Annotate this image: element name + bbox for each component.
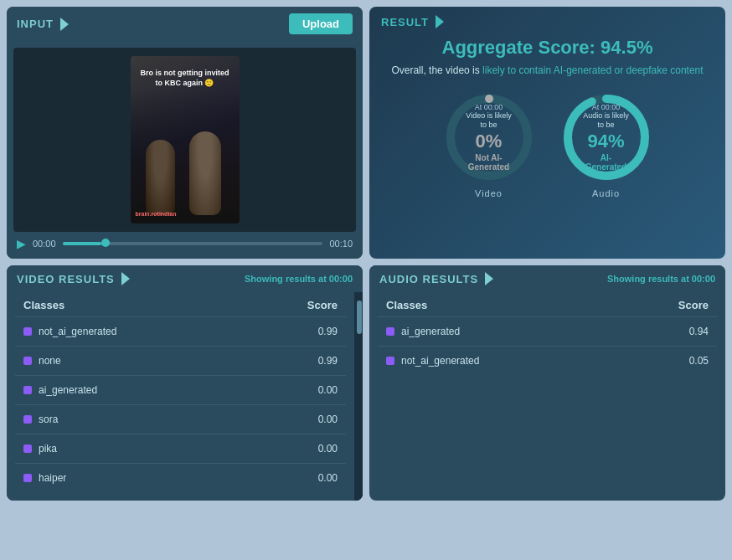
audio-gauge-status: AI-Generated [583,153,629,172]
video-results-showing: Showing results at 00:00 [245,274,353,284]
video-label: Video [475,188,503,198]
result-subtitle: Overall, the video is likely to contain … [381,64,714,78]
video-results-title: VIDEO RESULTS [17,272,130,285]
input-body: Bro is not getting invited to KBC again … [7,41,363,259]
play-button[interactable]: ▶ [17,237,26,250]
class-cell: not_ai_generated [386,355,479,367]
audio-results-content: Classes Score ai_generated 0.94 not [369,292,725,383]
score-cell: 0.00 [318,472,338,484]
audio-table-header: Classes Score [378,292,717,317]
scroll-thumb [357,301,362,334]
video-col-classes: Classes [23,299,64,311]
audio-gauge: At 00:00 Audio is likely to be 94% AI-Ge… [560,91,652,183]
video-col-score: Score [307,299,338,311]
video-results-wrapper: Classes Score not_ai_generated 0.99 [7,292,363,501]
audio-col-classes: Classes [386,299,427,311]
table-row: haiper 0.00 [15,464,346,492]
class-cell: ai_generated [23,384,97,396]
video-gauge-desc: Video is likely to be [466,111,512,131]
table-row: pika 0.00 [15,434,346,464]
result-title: RESULT [381,15,444,28]
video-results-header: VIDEO RESULTS Showing results at 00:00 [7,265,363,292]
audio-gauge-container: At 00:00 Audio is likely to be 94% AI-Ge… [560,91,652,198]
audio-results-wrapper: Classes Score ai_generated 0.94 not [369,292,725,383]
class-cell: sora [23,414,58,425]
score-cell: 0.05 [689,355,709,367]
scrollbar[interactable] [354,292,363,501]
main-grid: INPUT Upload Bro is not getting invited … [7,7,725,501]
result-header: RESULT [369,7,725,28]
class-cell: not_ai_generated [23,326,116,337]
result-body: Aggregate Score: 94.5% Overall, the vide… [369,28,725,218]
audio-gauge-inner: At 00:00 Audio is likely to be 94% AI-Ge… [583,103,629,172]
video-gauge-inner: At 00:00 Video is likely to be 0% Not AI… [466,103,512,172]
video-results-content: Classes Score not_ai_generated 0.99 [7,292,354,501]
class-dot [386,327,394,336]
upload-button[interactable]: Upload [289,13,353,34]
audio-results-showing: Showing results at 00:00 [607,274,715,284]
class-dot [23,327,32,336]
audio-label: Audio [592,188,620,198]
gauges-row: At 00:00 Video is likely to be 0% Not AI… [381,91,714,198]
audio-gauge-desc: Audio is likely to be [583,111,629,131]
input-header: INPUT Upload [7,7,363,41]
progress-dot [101,239,110,247]
class-cell: none [23,355,61,367]
audio-results-title: AUDIO RESULTS [379,272,493,285]
time-start: 00:00 [33,239,56,249]
table-row: ai_generated 0.94 [378,317,717,347]
scroll-track [356,292,363,501]
table-row: sora 0.00 [15,405,346,434]
video-overlay-text: Bro is not getting invited to KBC again … [131,69,240,88]
score-cell: 0.94 [689,326,709,337]
video-gauge-status: Not AI-Generated [466,153,512,172]
video-gauge-time: At 00:00 [466,103,512,111]
class-cell: haiper [23,472,66,484]
score-cell: 0.99 [318,355,338,367]
result-panel: RESULT Aggregate Score: 94.5% Overall, t… [369,7,725,259]
video-table-header: Classes Score [15,292,346,317]
class-dot [23,357,32,365]
audio-results-table: Classes Score ai_generated 0.94 not [369,292,725,383]
video-results-table: Classes Score not_ai_generated 0.99 [7,292,354,501]
input-title: INPUT [17,18,69,31]
input-panel: INPUT Upload Bro is not getting invited … [7,7,363,259]
video-gauge-container: At 00:00 Video is likely to be 0% Not AI… [443,91,535,198]
score-cell: 0.99 [318,326,338,337]
class-cell: ai_generated [386,326,460,337]
class-dot [23,444,32,453]
video-results-panel: VIDEO RESULTS Showing results at 00:00 C… [7,265,363,501]
score-cell: 0.00 [318,443,338,455]
class-dot [23,474,32,482]
table-row: not_ai_generated 0.05 [378,347,717,375]
video-gauge-percent: 0% [466,131,512,152]
score-cell: 0.00 [318,384,338,396]
video-frame: Bro is not getting invited to KBC again … [131,56,240,223]
audio-gauge-percent: 94% [583,131,629,152]
table-row: ai_generated 0.00 [15,376,346,405]
audio-results-header: AUDIO RESULTS Showing results at 00:00 [369,265,725,292]
class-dot [386,357,394,365]
video-gauge: At 00:00 Video is likely to be 0% Not AI… [443,91,535,183]
class-dot [23,415,32,424]
score-cell: 0.00 [318,414,338,425]
audio-col-score: Score [678,299,709,311]
video-preview: Bro is not getting invited to KBC again … [13,48,356,232]
video-brand: brain.rotindian [136,211,177,217]
audio-results-panel: AUDIO RESULTS Showing results at 00:00 C… [369,265,725,501]
video-controls: ▶ 00:00 00:10 [13,232,356,252]
time-end: 00:10 [329,239,353,249]
table-row: not_ai_generated 0.99 [15,317,346,347]
aggregate-value: 94.5% [601,37,652,58]
progress-fill [63,242,102,245]
audio-gauge-time: At 00:00 [583,103,629,111]
progress-bar[interactable] [63,242,323,245]
aggregate-score: Aggregate Score: 94.5% [381,37,714,59]
class-dot [23,386,32,394]
class-cell: pika [23,443,57,455]
table-row: none 0.99 [15,347,346,376]
